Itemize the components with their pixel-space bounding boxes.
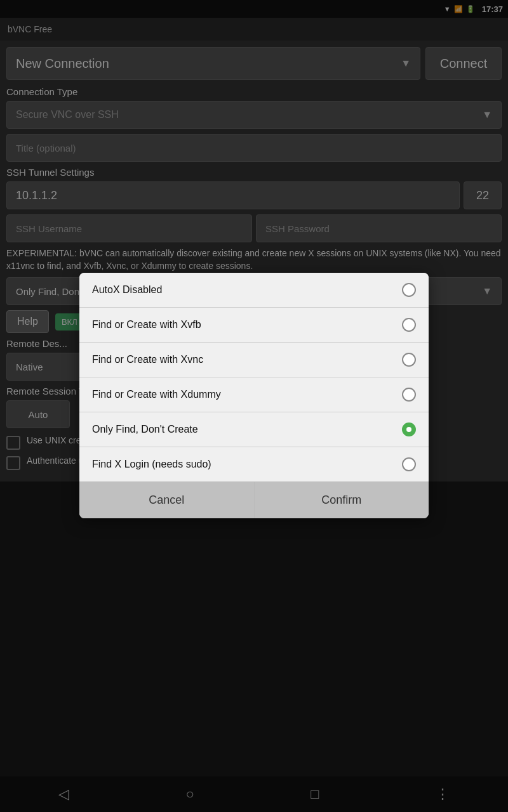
autox-dialog: AutoX Disabled Find or Create with Xvfb … <box>79 273 429 518</box>
cancel-button-label: Cancel <box>149 494 184 506</box>
option-find-xdummy[interactable]: Find or Create with Xdummy <box>79 377 429 412</box>
option-autox-disabled[interactable]: AutoX Disabled <box>79 273 429 308</box>
cancel-button[interactable]: Cancel <box>79 482 255 518</box>
dialog-buttons: Cancel Confirm <box>79 481 429 518</box>
option-find-xvfb[interactable]: Find or Create with Xvfb <box>79 308 429 343</box>
option-autox-disabled-label: AutoX Disabled <box>92 284 162 296</box>
option-find-x-login-label: Find X Login (needs sudo) <box>92 459 211 470</box>
radio-find-x-login[interactable] <box>402 457 416 471</box>
option-find-xvnc-label: Find or Create with Xvnc <box>92 354 203 365</box>
radio-only-find[interactable] <box>402 422 416 436</box>
dialog-overlay: AutoX Disabled Find or Create with Xvfb … <box>0 0 508 812</box>
option-find-x-login[interactable]: Find X Login (needs sudo) <box>79 447 429 481</box>
confirm-button[interactable]: Confirm <box>255 482 429 518</box>
option-find-xvnc[interactable]: Find or Create with Xvnc <box>79 343 429 377</box>
confirm-button-label: Confirm <box>321 494 361 506</box>
radio-find-xdummy[interactable] <box>402 388 416 402</box>
option-find-xvfb-label: Find or Create with Xvfb <box>92 319 201 331</box>
option-only-find-label: Only Find, Don't Create <box>92 424 198 435</box>
dialog-options-list: AutoX Disabled Find or Create with Xvfb … <box>79 273 429 481</box>
radio-autox-disabled[interactable] <box>402 283 416 297</box>
option-find-xdummy-label: Find or Create with Xdummy <box>92 389 221 400</box>
radio-find-xvfb[interactable] <box>402 318 416 332</box>
option-only-find[interactable]: Only Find, Don't Create <box>79 412 429 447</box>
radio-find-xvnc[interactable] <box>402 353 416 367</box>
